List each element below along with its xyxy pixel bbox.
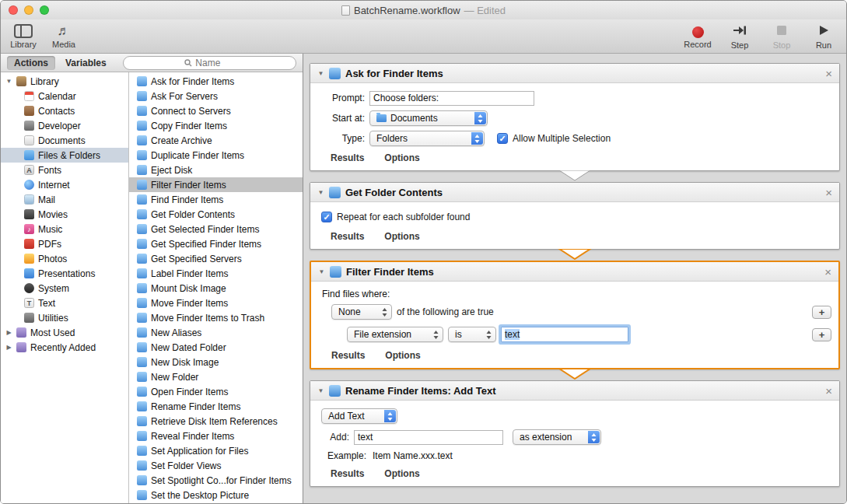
add-rule-button[interactable]: + [812, 306, 831, 319]
action-list-item-new-disk-image[interactable]: New Disk Image [129, 355, 303, 369]
action-icon [137, 106, 147, 116]
sidebar-item-contacts[interactable]: Contacts [1, 103, 128, 118]
options-button[interactable]: Options [384, 152, 419, 163]
action-list-item-reveal-finder-items[interactable]: Reveal Finder Items [129, 429, 303, 443]
sidebar-item-movies[interactable]: Movies [1, 207, 128, 222]
close-action-icon[interactable]: × [825, 385, 832, 397]
action-list-item-set-the-desktop-picture[interactable]: Set the Desktop Picture [129, 488, 303, 502]
sidebar-item-documents[interactable]: Documents [1, 133, 128, 148]
start-at-popup[interactable]: Documents [369, 110, 488, 126]
tab-actions[interactable]: Actions [7, 56, 55, 70]
search-input[interactable] [195, 58, 234, 68]
media-toolbar-button[interactable]: ♬ Media [49, 21, 79, 52]
action-list-item-mount-disk-image[interactable]: Mount Disk Image [129, 281, 303, 296]
disclosure-closed-icon[interactable]: ▶ [5, 344, 12, 351]
action-list-item-duplicate-finder-items[interactable]: Duplicate Finder Items [129, 148, 303, 163]
disclosure-triangle-icon[interactable]: ▼ [317, 387, 324, 394]
options-button[interactable]: Options [384, 231, 419, 242]
sidebar-item-files-folders[interactable]: Files & Folders [1, 148, 128, 163]
action-list-item-move-finder-items[interactable]: Move Finder Items [129, 296, 303, 310]
card-header[interactable]: ▼ Rename Finder Items: Add Text × [310, 381, 839, 401]
sidebar-item-music[interactable]: ♪Music [1, 222, 128, 236]
position-popup[interactable]: as extension [513, 429, 601, 445]
action-list-item-ask-for-servers[interactable]: Ask For Servers [129, 89, 303, 103]
card-header[interactable]: ▼ Filter Finder Items × [311, 262, 838, 282]
disclosure-open-icon[interactable]: ▼ [5, 78, 12, 85]
action-list-item-new-folder[interactable]: New Folder [129, 369, 303, 384]
action-list-item-get-folder-contents[interactable]: Get Folder Contents [129, 207, 303, 222]
action-list-item-copy-finder-items[interactable]: Copy Finder Items [129, 118, 303, 133]
add-text-input[interactable] [354, 430, 503, 445]
options-button[interactable]: Options [384, 468, 419, 479]
titlebar: BatchRename.workflow — Edited [1, 1, 846, 19]
action-list-item-create-archive[interactable]: Create Archive [129, 133, 303, 148]
sidebar-item-recently-added[interactable]: ▶Recently Added [1, 340, 128, 355]
sidebar-item-most-used[interactable]: ▶Most Used [1, 325, 128, 340]
action-list-item-get-selected-finder-items[interactable]: Get Selected Finder Items [129, 222, 303, 236]
sidebar-item-presentations[interactable]: Presentations [1, 266, 128, 281]
match-mode-suffix: of the following are true [397, 306, 494, 317]
rule-value-input[interactable]: text [501, 327, 628, 342]
action-list-item-filter-finder-items[interactable]: Filter Finder Items [129, 177, 303, 192]
disclosure-triangle-icon[interactable]: ▼ [317, 189, 324, 196]
library-toolbar-button[interactable]: Library [9, 21, 38, 52]
record-button[interactable]: Record [683, 21, 712, 52]
action-list-item-set-folder-views[interactable]: Set Folder Views [129, 458, 303, 473]
sidebar-item-utilities[interactable]: Utilities [1, 310, 128, 325]
rename-mode-popup[interactable]: Add Text [321, 408, 397, 424]
add-rule-button[interactable]: + [812, 328, 831, 341]
action-list-item-set-spotlight-co-for-finder-items[interactable]: Set Spotlight Co...for Finder Items [129, 473, 303, 488]
close-action-icon[interactable]: × [825, 68, 832, 79]
action-list-item-ask-for-finder-items[interactable]: Ask for Finder Items [129, 74, 303, 89]
sidebar-item-mail[interactable]: Mail [1, 192, 128, 207]
disclosure-triangle-icon[interactable]: ▼ [317, 70, 324, 77]
close-action-icon[interactable]: × [824, 266, 831, 278]
action-list-item-new-dated-folder[interactable]: New Dated Folder [129, 340, 303, 355]
card-header[interactable]: ▼ Get Folder Contents × [310, 183, 839, 202]
action-list-item-open-finder-items[interactable]: Open Finder Items [129, 384, 303, 399]
rule-operator-popup[interactable]: is [448, 327, 496, 342]
disclosure-triangle-icon[interactable]: ▼ [318, 268, 325, 275]
sidebar-item-developer[interactable]: Developer [1, 118, 128, 133]
run-button[interactable]: Run [809, 21, 838, 52]
action-list-item-retrieve-disk-item-references[interactable]: Retrieve Disk Item References [129, 414, 303, 429]
sidebar-item-text[interactable]: TText [1, 296, 128, 310]
action-list-item-eject-disk[interactable]: Eject Disk [129, 163, 303, 177]
options-button[interactable]: Options [385, 350, 420, 361]
window-edited-state: — Edited [464, 5, 506, 16]
sidebar-item-fonts[interactable]: AFonts [1, 163, 128, 177]
action-list-item-move-finder-items-to-trash[interactable]: Move Finder Items to Trash [129, 310, 303, 325]
action-list-item-rename-finder-items[interactable]: Rename Finder Items [129, 399, 303, 414]
sidebar-item-label: Documents [38, 135, 86, 146]
sidebar-item-system[interactable]: System [1, 281, 128, 296]
sidebar-item-internet[interactable]: Internet [1, 177, 128, 192]
repeat-subfolder-checkbox[interactable]: ✓ [321, 212, 332, 222]
utilities-icon [24, 313, 34, 323]
results-button[interactable]: Results [331, 468, 364, 479]
search-field[interactable] [123, 56, 296, 70]
tab-variables[interactable]: Variables [58, 56, 114, 70]
rule-field-popup[interactable]: File extension [347, 327, 443, 342]
results-button[interactable]: Results [331, 152, 364, 163]
action-list-item-label-finder-items[interactable]: Label Finder Items [129, 266, 303, 281]
sidebar-item-library[interactable]: ▼Library [1, 74, 128, 89]
action-list-item-new-aliases[interactable]: New Aliases [129, 325, 303, 340]
action-list-item-find-finder-items[interactable]: Find Finder Items [129, 192, 303, 207]
allow-multiple-selection-checkbox[interactable]: ✓ [497, 133, 508, 144]
action-list-item-connect-to-servers[interactable]: Connect to Servers [129, 103, 303, 118]
close-action-icon[interactable]: × [825, 187, 832, 198]
results-button[interactable]: Results [331, 231, 364, 242]
step-button[interactable]: Step [725, 21, 754, 52]
sidebar-item-calendar[interactable]: Calendar [1, 89, 128, 103]
prompt-input[interactable] [369, 91, 534, 106]
type-popup[interactable]: Folders [369, 131, 485, 146]
sidebar-item-pdfs[interactable]: PDFs [1, 236, 128, 251]
action-list-item-get-specified-servers[interactable]: Get Specified Servers [129, 251, 303, 266]
card-header[interactable]: ▼ Ask for Finder Items × [310, 64, 839, 83]
disclosure-closed-icon[interactable]: ▶ [5, 329, 12, 336]
action-list-item-get-specified-finder-items[interactable]: Get Specified Finder Items [129, 236, 303, 251]
results-button[interactable]: Results [331, 350, 365, 361]
match-mode-popup[interactable]: None [331, 304, 392, 320]
action-list-item-set-application-for-files[interactable]: Set Application for Files [129, 443, 303, 458]
sidebar-item-photos[interactable]: Photos [1, 251, 128, 266]
